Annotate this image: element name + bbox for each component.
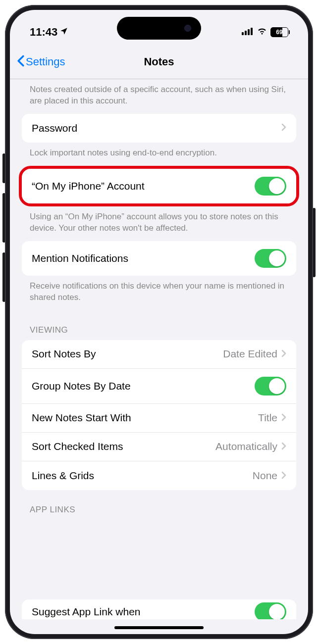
mention-footer: Receive notifications on this device whe…: [22, 276, 296, 310]
app-links-header: APP LINKS: [22, 490, 296, 520]
chevron-right-icon: [281, 122, 286, 134]
chevron-left-icon: [17, 54, 25, 69]
wifi-icon: [257, 27, 267, 37]
on-my-iphone-row[interactable]: “On My iPhone” Account: [22, 169, 296, 203]
phone-frame: 11:43: [5, 5, 313, 639]
viewing-header: VIEWING: [22, 310, 296, 340]
sort-checked-items-row[interactable]: Sort Checked Items Automatically: [22, 433, 296, 461]
group-by-date-row[interactable]: Group Notes By Date: [22, 369, 296, 404]
password-label: Password: [32, 122, 77, 134]
default-account-footer: Notes created outside of a specific acco…: [22, 79, 296, 114]
suggest-app-link-row[interactable]: Suggest App Link when: [22, 599, 296, 619]
location-arrow-icon: [59, 27, 68, 38]
svg-rect-0: [242, 32, 244, 35]
battery-icon: 69: [270, 27, 288, 37]
chevron-right-icon: [281, 470, 286, 482]
screen: 11:43: [10, 10, 308, 634]
on-my-iphone-label: “On My iPhone” Account: [32, 180, 145, 192]
group-by-date-toggle[interactable]: [255, 377, 286, 396]
home-indicator[interactable]: [114, 626, 204, 629]
chevron-right-icon: [281, 348, 286, 360]
status-time: 11:43: [30, 26, 57, 39]
suggest-app-link-toggle[interactable]: [255, 602, 286, 619]
on-my-iphone-toggle[interactable]: [255, 177, 286, 196]
back-button[interactable]: Settings: [17, 54, 65, 69]
chevron-right-icon: [281, 412, 286, 424]
mention-label: Mention Notifications: [32, 252, 128, 264]
new-notes-start-with-row[interactable]: New Notes Start With Title: [22, 404, 296, 433]
page-title: Notes: [144, 55, 174, 68]
password-footer: Lock important notes using end-to-end en…: [22, 143, 296, 166]
on-my-iphone-footer: Using an “On My iPhone” account allows y…: [22, 206, 296, 241]
highlight-callout: “On My iPhone” Account: [19, 166, 299, 206]
cellular-signal-icon: [242, 27, 254, 37]
svg-rect-1: [245, 31, 247, 35]
content[interactable]: Notes created outside of a specific acco…: [10, 79, 308, 634]
back-label: Settings: [26, 55, 65, 68]
sort-notes-by-row[interactable]: Sort Notes By Date Edited: [22, 340, 296, 369]
mention-notifications-row[interactable]: Mention Notifications: [22, 241, 296, 276]
svg-rect-2: [248, 29, 250, 35]
camera-dot: [184, 25, 191, 32]
nav-bar: Settings Notes: [10, 45, 308, 79]
mention-toggle[interactable]: [255, 249, 286, 268]
svg-rect-3: [251, 28, 253, 35]
password-row[interactable]: Password: [22, 114, 296, 143]
chevron-right-icon: [281, 441, 286, 452]
lines-and-grids-row[interactable]: Lines & Grids None: [22, 461, 296, 490]
dynamic-island: [117, 17, 201, 40]
